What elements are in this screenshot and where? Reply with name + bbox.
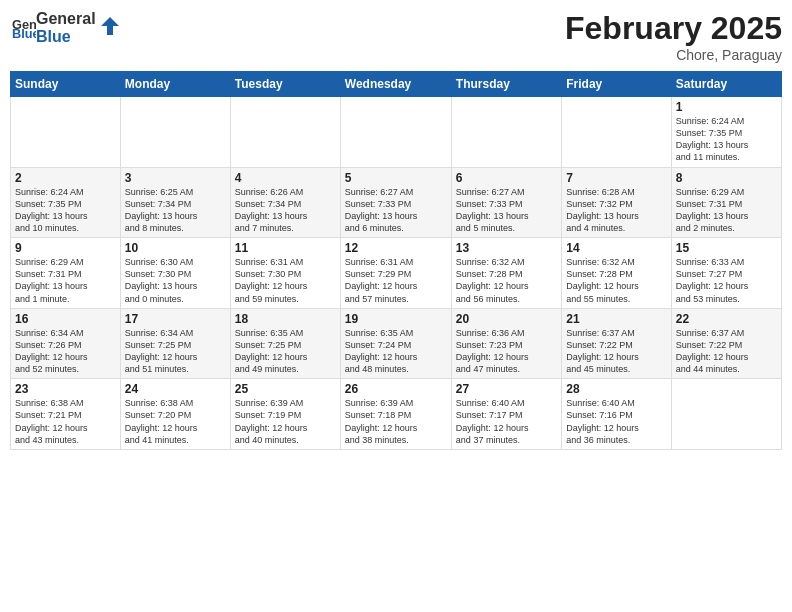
week-row-2: 2Sunrise: 6:24 AMSunset: 7:35 PMDaylight… [11,167,782,238]
day-number: 11 [235,241,336,255]
day-number: 23 [15,382,116,396]
logo: General Blue General Blue [10,10,121,45]
logo-icon: General Blue [12,16,36,40]
day-number: 13 [456,241,557,255]
day-info: Sunrise: 6:27 AMSunset: 7:33 PMDaylight:… [345,186,447,235]
day-info: Sunrise: 6:38 AMSunset: 7:21 PMDaylight:… [15,397,116,446]
day-cell: 12Sunrise: 6:31 AMSunset: 7:29 PMDayligh… [340,238,451,309]
calendar-body: 1Sunrise: 6:24 AMSunset: 7:35 PMDaylight… [11,97,782,450]
day-number: 17 [125,312,226,326]
calendar-subtitle: Chore, Paraguay [565,47,782,63]
day-header-saturday: Saturday [671,72,781,97]
day-info: Sunrise: 6:27 AMSunset: 7:33 PMDaylight:… [456,186,557,235]
day-number: 26 [345,382,447,396]
day-cell [671,379,781,450]
day-info: Sunrise: 6:35 AMSunset: 7:24 PMDaylight:… [345,327,447,376]
calendar-title: February 2025 [565,10,782,47]
day-cell [451,97,561,168]
day-info: Sunrise: 6:32 AMSunset: 7:28 PMDaylight:… [456,256,557,305]
day-number: 2 [15,171,116,185]
day-cell: 2Sunrise: 6:24 AMSunset: 7:35 PMDaylight… [11,167,121,238]
day-info: Sunrise: 6:40 AMSunset: 7:16 PMDaylight:… [566,397,666,446]
day-cell: 8Sunrise: 6:29 AMSunset: 7:31 PMDaylight… [671,167,781,238]
page: General Blue General Blue February 2025 … [0,0,792,612]
day-number: 20 [456,312,557,326]
day-cell [562,97,671,168]
day-info: Sunrise: 6:28 AMSunset: 7:32 PMDaylight:… [566,186,666,235]
day-number: 5 [345,171,447,185]
day-cell: 10Sunrise: 6:30 AMSunset: 7:30 PMDayligh… [120,238,230,309]
day-cell: 19Sunrise: 6:35 AMSunset: 7:24 PMDayligh… [340,308,451,379]
day-cell: 3Sunrise: 6:25 AMSunset: 7:34 PMDaylight… [120,167,230,238]
day-info: Sunrise: 6:24 AMSunset: 7:35 PMDaylight:… [15,186,116,235]
day-info: Sunrise: 6:37 AMSunset: 7:22 PMDaylight:… [676,327,777,376]
day-info: Sunrise: 6:31 AMSunset: 7:30 PMDaylight:… [235,256,336,305]
day-header-friday: Friday [562,72,671,97]
svg-marker-2 [101,17,119,35]
week-row-5: 23Sunrise: 6:38 AMSunset: 7:21 PMDayligh… [11,379,782,450]
day-cell: 18Sunrise: 6:35 AMSunset: 7:25 PMDayligh… [230,308,340,379]
day-cell: 5Sunrise: 6:27 AMSunset: 7:33 PMDaylight… [340,167,451,238]
day-cell: 28Sunrise: 6:40 AMSunset: 7:16 PMDayligh… [562,379,671,450]
day-info: Sunrise: 6:39 AMSunset: 7:19 PMDaylight:… [235,397,336,446]
logo-arrow-icon [99,15,121,37]
day-cell: 14Sunrise: 6:32 AMSunset: 7:28 PMDayligh… [562,238,671,309]
day-header-thursday: Thursday [451,72,561,97]
day-info: Sunrise: 6:25 AMSunset: 7:34 PMDaylight:… [125,186,226,235]
day-number: 12 [345,241,447,255]
day-info: Sunrise: 6:37 AMSunset: 7:22 PMDaylight:… [566,327,666,376]
day-cell [120,97,230,168]
day-number: 3 [125,171,226,185]
day-info: Sunrise: 6:36 AMSunset: 7:23 PMDaylight:… [456,327,557,376]
day-cell: 21Sunrise: 6:37 AMSunset: 7:22 PMDayligh… [562,308,671,379]
day-number: 14 [566,241,666,255]
header-row: SundayMondayTuesdayWednesdayThursdayFrid… [11,72,782,97]
day-info: Sunrise: 6:30 AMSunset: 7:30 PMDaylight:… [125,256,226,305]
day-cell [340,97,451,168]
week-row-3: 9Sunrise: 6:29 AMSunset: 7:31 PMDaylight… [11,238,782,309]
day-number: 10 [125,241,226,255]
day-number: 1 [676,100,777,114]
week-row-4: 16Sunrise: 6:34 AMSunset: 7:26 PMDayligh… [11,308,782,379]
day-number: 25 [235,382,336,396]
day-cell: 6Sunrise: 6:27 AMSunset: 7:33 PMDaylight… [451,167,561,238]
day-cell: 13Sunrise: 6:32 AMSunset: 7:28 PMDayligh… [451,238,561,309]
day-header-monday: Monday [120,72,230,97]
day-info: Sunrise: 6:29 AMSunset: 7:31 PMDaylight:… [15,256,116,305]
day-cell: 7Sunrise: 6:28 AMSunset: 7:32 PMDaylight… [562,167,671,238]
day-cell: 17Sunrise: 6:34 AMSunset: 7:25 PMDayligh… [120,308,230,379]
day-info: Sunrise: 6:40 AMSunset: 7:17 PMDaylight:… [456,397,557,446]
day-cell: 27Sunrise: 6:40 AMSunset: 7:17 PMDayligh… [451,379,561,450]
day-number: 7 [566,171,666,185]
day-info: Sunrise: 6:38 AMSunset: 7:20 PMDaylight:… [125,397,226,446]
day-cell: 24Sunrise: 6:38 AMSunset: 7:20 PMDayligh… [120,379,230,450]
day-number: 9 [15,241,116,255]
day-number: 16 [15,312,116,326]
logo-blue: Blue [36,28,96,46]
day-header-sunday: Sunday [11,72,121,97]
day-info: Sunrise: 6:34 AMSunset: 7:25 PMDaylight:… [125,327,226,376]
day-cell: 26Sunrise: 6:39 AMSunset: 7:18 PMDayligh… [340,379,451,450]
day-cell: 25Sunrise: 6:39 AMSunset: 7:19 PMDayligh… [230,379,340,450]
day-number: 27 [456,382,557,396]
day-cell: 1Sunrise: 6:24 AMSunset: 7:35 PMDaylight… [671,97,781,168]
day-number: 8 [676,171,777,185]
day-header-tuesday: Tuesday [230,72,340,97]
day-number: 28 [566,382,666,396]
day-number: 18 [235,312,336,326]
svg-text:Blue: Blue [12,26,36,40]
day-number: 22 [676,312,777,326]
day-cell: 9Sunrise: 6:29 AMSunset: 7:31 PMDaylight… [11,238,121,309]
day-info: Sunrise: 6:32 AMSunset: 7:28 PMDaylight:… [566,256,666,305]
title-block: February 2025 Chore, Paraguay [565,10,782,63]
day-info: Sunrise: 6:35 AMSunset: 7:25 PMDaylight:… [235,327,336,376]
day-info: Sunrise: 6:39 AMSunset: 7:18 PMDaylight:… [345,397,447,446]
calendar-table: SundayMondayTuesdayWednesdayThursdayFrid… [10,71,782,450]
logo-general: General [36,10,96,28]
day-number: 24 [125,382,226,396]
day-number: 4 [235,171,336,185]
day-cell: 11Sunrise: 6:31 AMSunset: 7:30 PMDayligh… [230,238,340,309]
day-number: 6 [456,171,557,185]
day-number: 15 [676,241,777,255]
day-info: Sunrise: 6:29 AMSunset: 7:31 PMDaylight:… [676,186,777,235]
